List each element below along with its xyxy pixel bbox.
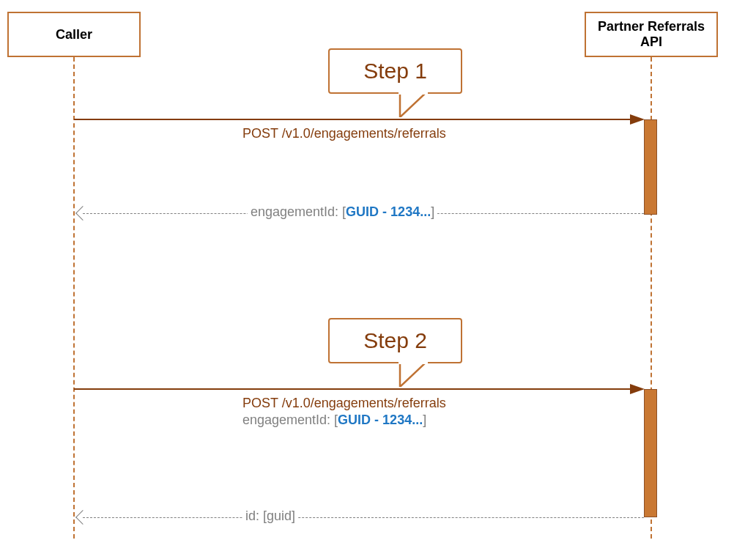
step1-response-suffix: ] bbox=[431, 204, 434, 219]
msg-step2-request-line bbox=[74, 388, 638, 390]
step2-request-prefix: engagementId: [ bbox=[242, 413, 338, 427]
actor-api-label: Partner Referrals API bbox=[586, 19, 716, 50]
step1-response-link[interactable]: GUID - 1234... bbox=[346, 204, 431, 219]
step1-response-prefix: engagementId: [ bbox=[251, 204, 346, 219]
msg-step1-request-arrow-icon bbox=[630, 114, 645, 125]
msg-step2-request-arrow-icon bbox=[630, 384, 645, 394]
msg-step2-response-label: id: [guid] bbox=[242, 508, 298, 524]
svg-marker-0 bbox=[400, 92, 426, 117]
step2-title: Step 2 bbox=[363, 328, 427, 353]
lifeline-caller bbox=[73, 57, 75, 539]
msg-step2-request-label: POST /v1.0/engagements/referrals bbox=[242, 396, 446, 411]
actor-api: Partner Referrals API bbox=[585, 12, 718, 57]
msg-step1-response-arrow-icon bbox=[75, 206, 90, 221]
msg-step1-response-label: engagementId: [GUID - 1234...] bbox=[248, 204, 437, 220]
svg-rect-1 bbox=[399, 92, 428, 95]
speech-tail-step1-icon bbox=[399, 92, 428, 117]
step1-title: Step 1 bbox=[363, 59, 427, 84]
msg-step1-request-label: POST /v1.0/engagements/referrals bbox=[242, 126, 446, 141]
step1-request-text: POST /v1.0/engagements/referrals bbox=[242, 126, 446, 141]
step2-response-text: id: [guid] bbox=[245, 508, 295, 523]
svg-rect-3 bbox=[399, 362, 428, 364]
actor-caller: Caller bbox=[7, 12, 141, 57]
activation-step1 bbox=[644, 119, 657, 215]
msg-step2-response-arrow-icon bbox=[75, 510, 90, 525]
svg-marker-2 bbox=[400, 362, 426, 387]
msg-step1-request-line bbox=[74, 119, 638, 120]
msg-step2-request-label2: engagementId: [GUID - 1234...] bbox=[242, 413, 426, 428]
speech-step1: Step 1 bbox=[328, 48, 462, 94]
step2-request-link[interactable]: GUID - 1234... bbox=[338, 413, 423, 427]
activation-step2 bbox=[644, 389, 657, 517]
speech-tail-step2-icon bbox=[399, 362, 428, 387]
step2-request-suffix: ] bbox=[423, 413, 426, 427]
speech-step2: Step 2 bbox=[328, 318, 462, 363]
msg-step2-response-line bbox=[83, 517, 644, 518]
step2-request-line1: POST /v1.0/engagements/referrals bbox=[242, 396, 446, 410]
actor-caller-label: Caller bbox=[56, 27, 92, 42]
